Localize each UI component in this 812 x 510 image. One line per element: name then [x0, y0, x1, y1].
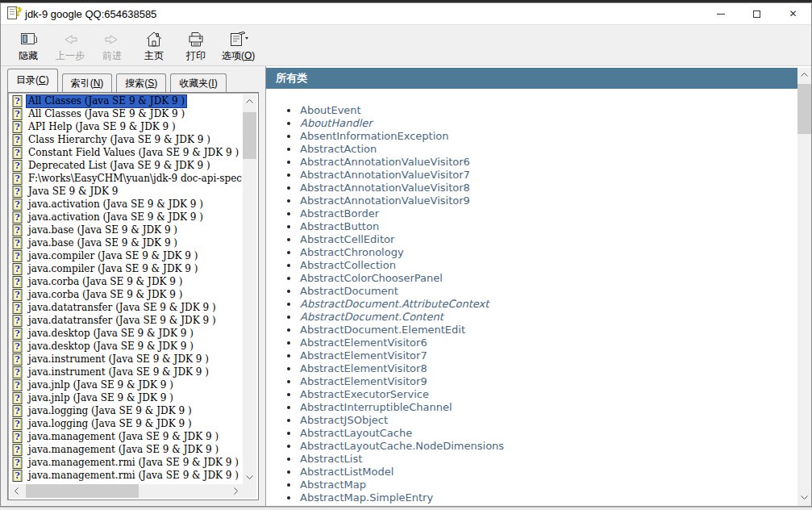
tree-item[interactable]: ?java.management (Java SE 9 & JDK 9 ) [10, 430, 243, 443]
tree-item[interactable]: ?java.logging (Java SE 9 & JDK 9 ) [10, 417, 243, 430]
class-link[interactable]: AbstractAnnotationValueVisitor7 [300, 169, 470, 182]
class-link[interactable]: AbstractChronology [300, 246, 404, 259]
tree-item-label: java.jnlp (Java SE 9 & JDK 9 ) [27, 379, 175, 391]
print-button[interactable]: 打印 [175, 26, 217, 65]
svg-text:?: ? [15, 251, 19, 261]
class-link[interactable]: AbstractLayoutCache.NodeDimensions [300, 440, 504, 453]
tree-item-label: java.compiler (Java SE 9 & JDK 9 ) [27, 250, 199, 262]
class-link[interactable]: AbstractList [300, 453, 362, 466]
tree-item[interactable]: ?java.instrument (Java SE 9 & JDK 9 ) [10, 366, 243, 378]
help-topic-icon: ? [12, 366, 23, 378]
tree-item[interactable]: ?API Help (Java SE 9 & JDK 9 ) [10, 120, 243, 133]
class-link[interactable]: AboutHandler [300, 117, 373, 130]
class-link[interactable]: AbstractDocument [300, 285, 398, 298]
tree-item[interactable]: ?java.base (Java SE 9 & JDK 9 ) [10, 236, 243, 249]
help-topic-icon: ? [12, 199, 23, 211]
close-button[interactable]: ✕ [775, 3, 811, 24]
tab-favorites[interactable]: 收藏夹(I) [170, 73, 226, 92]
scroll-up-button[interactable] [243, 94, 256, 108]
tree-horizontal-scrollbar[interactable] [10, 484, 243, 498]
class-link[interactable]: AbstractElementVisitor9 [300, 375, 427, 388]
home-button[interactable]: 主页 [133, 26, 175, 65]
tree-item[interactable]: ?java.corba (Java SE 9 & JDK 9 ) [10, 288, 243, 301]
tab-index[interactable]: 索引(N) [62, 73, 113, 92]
class-link[interactable]: AbstractAnnotationValueVisitor9 [300, 194, 470, 207]
tree-item[interactable]: ?java.corba (Java SE 9 & JDK 9 ) [10, 275, 243, 288]
class-link[interactable]: AbstractElementVisitor7 [300, 349, 427, 362]
tree-item[interactable]: ?Deprecated List (Java SE 9 & JDK 9 ) [10, 159, 243, 172]
class-link[interactable]: AbstractAnnotationValueVisitor6 [300, 156, 470, 169]
hide-button[interactable]: 隐藏 [7, 26, 49, 65]
tree-item[interactable]: ?java.compiler (Java SE 9 & JDK 9 ) [10, 262, 243, 275]
tree-item[interactable]: ?Class Hierarchy (Java SE 9 & JDK 9 ) [10, 133, 243, 146]
help-topic-icon: ? [12, 224, 23, 236]
tree-item[interactable]: ?java.desktop (Java SE 9 & JDK 9 ) [10, 327, 243, 340]
class-link[interactable]: AbstractInterruptibleChannel [300, 401, 452, 414]
options-icon [227, 30, 250, 49]
class-link[interactable]: AbstractCellEditor [300, 233, 394, 246]
scroll-left-button[interactable] [10, 484, 23, 498]
tab-contents[interactable]: 目录(C) [7, 69, 58, 92]
svg-text:?: ? [15, 458, 19, 468]
tree-item[interactable]: ?java.logging (Java SE 9 & JDK 9 ) [10, 404, 243, 417]
tree-item[interactable]: ?java.activation (Java SE 9 & JDK 9 ) [10, 211, 243, 224]
class-link[interactable]: AbstractDocument.Content [300, 311, 443, 324]
class-link[interactable]: AbstractBorder [300, 207, 379, 220]
scroll-down-button[interactable] [243, 470, 256, 484]
tree-item[interactable]: ?Constant Field Values (Java SE 9 & JDK … [10, 146, 243, 159]
class-link[interactable]: AbstractCollection [300, 259, 396, 272]
tree-item[interactable]: ?java.management (Java SE 9 & JDK 9 ) [10, 443, 243, 456]
class-link[interactable]: AbstractElementVisitor8 [300, 362, 427, 375]
tree-item[interactable]: ?java.management.rmi (Java SE 9 & JDK 9 … [10, 456, 243, 469]
class-link[interactable]: AbstractExecutorService [300, 388, 429, 401]
tree-item[interactable]: ?java.base (Java SE 9 & JDK 9 ) [10, 224, 243, 236]
back-button[interactable]: 上一步 [49, 26, 91, 65]
tree-item[interactable]: ?java.desktop (Java SE 9 & JDK 9 ) [10, 340, 243, 353]
class-link[interactable]: AbstractDocument.ElementEdit [300, 324, 465, 337]
class-link[interactable]: AbstractJSObject [300, 414, 388, 427]
options-button[interactable]: 选项(O) [217, 26, 260, 65]
class-link[interactable]: AbstractMap [300, 479, 366, 491]
scrollbar-thumb[interactable] [243, 112, 256, 159]
tree-item[interactable]: ?F:\works\EasyCHM\yuan\jdk-9 doc-api-spe… [10, 172, 243, 185]
minimize-button[interactable] [702, 3, 739, 24]
tree-item[interactable]: ?java.compiler (Java SE 9 & JDK 9 ) [10, 249, 243, 262]
class-link[interactable]: AbstractListModel [300, 466, 394, 479]
svg-text:?: ? [15, 367, 19, 378]
maximize-button[interactable] [739, 3, 775, 24]
class-link[interactable]: AbstractButton [300, 220, 379, 233]
scroll-down-button[interactable] [797, 491, 811, 504]
tree-item[interactable]: ?java.datatransfer (Java SE 9 & JDK 9 ) [10, 301, 243, 314]
class-link[interactable]: AbstractMap.SimpleImmutableEntry [300, 504, 489, 506]
tree-item[interactable]: ?Java SE 9 & JDK 9 [10, 185, 243, 198]
scrollbar-thumb[interactable] [797, 84, 811, 134]
title-bar[interactable]: ? jdk-9 google QQ:654638585 ✕ [1, 3, 811, 24]
help-topic-icon: ? [12, 147, 23, 159]
tree-item[interactable]: ?java.jnlp (Java SE 9 & JDK 9 ) [10, 391, 243, 404]
tree-item[interactable]: ?java.management.rmi (Java SE 9 & JDK 9 … [10, 469, 243, 482]
tree-item[interactable]: ?java.datatransfer (Java SE 9 & JDK 9 ) [10, 314, 243, 327]
tree-item-label: java.jnlp (Java SE 9 & JDK 9 ) [27, 392, 175, 404]
scrollbar-thumb[interactable] [26, 484, 139, 498]
class-link[interactable]: AboutEvent [300, 104, 361, 117]
scroll-up-button[interactable] [797, 68, 811, 82]
scroll-right-button[interactable] [229, 484, 243, 498]
tree-item[interactable]: ?java.activation (Java SE 9 & JDK 9 ) [10, 198, 243, 211]
content-vertical-scrollbar[interactable] [797, 68, 811, 506]
tab-search[interactable]: 搜索(S) [116, 73, 166, 92]
class-link[interactable]: AbsentInformationException [300, 130, 448, 143]
tree-item[interactable]: ?java.instrument (Java SE 9 & JDK 9 ) [10, 353, 243, 366]
class-link[interactable]: AbstractElementVisitor6 [300, 337, 427, 349]
class-link[interactable]: AbstractAction [300, 143, 377, 156]
tree-item[interactable]: ?All Classes (Java SE 9 & JDK 9 ) [10, 107, 243, 120]
tree-item[interactable]: ?java.jnlp (Java SE 9 & JDK 9 ) [10, 378, 243, 391]
class-link[interactable]: AbstractDocument.AttributeContext [300, 298, 489, 311]
class-list-item: AbstractList [287, 453, 811, 466]
tree-item[interactable]: ?All Classes (Java SE 9 & JDK 9 ) [10, 94, 243, 107]
class-link[interactable]: AbstractColorChooserPanel [300, 272, 443, 285]
forward-button[interactable]: 前进 [91, 26, 133, 65]
class-link[interactable]: AbstractMap.SimpleEntry [300, 491, 433, 504]
tree-vertical-scrollbar[interactable] [243, 94, 256, 484]
class-link[interactable]: AbstractAnnotationValueVisitor8 [300, 182, 470, 194]
class-link[interactable]: AbstractLayoutCache [300, 427, 412, 440]
